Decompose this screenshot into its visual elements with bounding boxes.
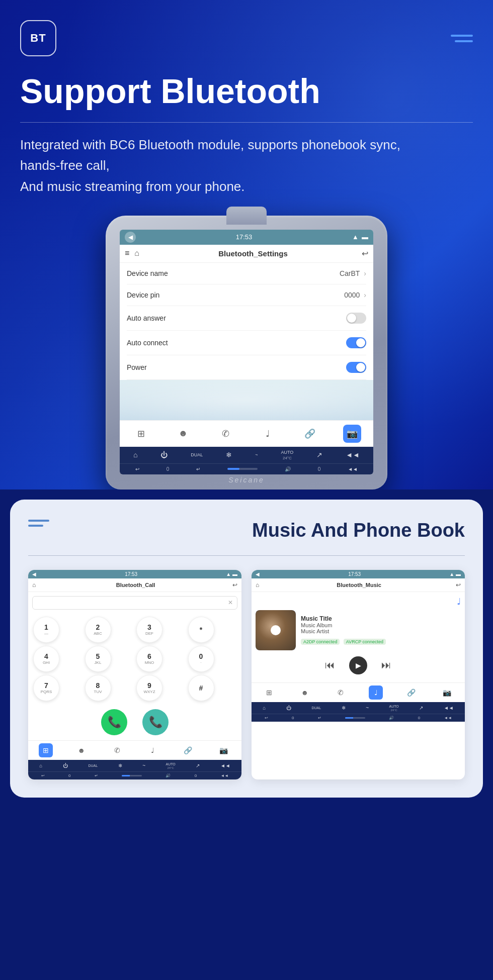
music-ctrl-power[interactable]: ⏻ bbox=[286, 705, 291, 711]
dial-key-4[interactable]: 4GHI bbox=[33, 646, 59, 672]
music-bc-back[interactable]: ↩ bbox=[265, 716, 268, 720]
dial-key-9[interactable]: 9WXYZ bbox=[136, 675, 162, 701]
call-search-clear[interactable]: ✕ bbox=[228, 599, 233, 606]
nav-icon-link[interactable]: 🔗 bbox=[301, 425, 319, 443]
call-controls-bar: ⌂ ⏻ DUAL ❄ ~ AUTO24°C ↗ ◄◄ bbox=[28, 760, 241, 771]
music-ctrl-fan[interactable]: ❄ bbox=[342, 705, 346, 711]
ctrl-fan-speed[interactable]: ↗ bbox=[316, 451, 322, 459]
nav-icon-music[interactable]: ♩ bbox=[259, 425, 277, 443]
music-ctrl-auto[interactable]: AUTO24°C bbox=[389, 704, 399, 712]
call-progress[interactable] bbox=[122, 775, 142, 776]
ctrl-ac[interactable]: ~ bbox=[255, 452, 258, 457]
bottom-menu-icon[interactable] bbox=[28, 520, 49, 527]
nav-icon-contacts[interactable]: ☻ bbox=[174, 425, 192, 443]
music-ctrl-dual[interactable]: DUAL bbox=[311, 706, 321, 710]
bc-progress[interactable] bbox=[227, 468, 258, 470]
dial-key-7[interactable]: 7PQRS bbox=[33, 675, 59, 701]
dial-key-8[interactable]: 8TUV bbox=[85, 675, 111, 701]
settings-value-device-pin: 0000 bbox=[344, 291, 360, 299]
ctrl-vol[interactable]: ◄◄ bbox=[346, 451, 360, 459]
music-ctrl-vol[interactable]: ◄◄ bbox=[444, 705, 454, 711]
dial-key-6[interactable]: 6MNO bbox=[136, 646, 162, 672]
call-bc-back[interactable]: ↩ bbox=[41, 773, 45, 778]
call-search[interactable]: ✕ bbox=[32, 596, 237, 610]
music-nav-call[interactable]: ✆ bbox=[334, 685, 348, 700]
settings-row-device-pin[interactable]: Device pin 0000 › bbox=[127, 284, 366, 306]
bc-enter[interactable]: ↵ bbox=[196, 466, 200, 472]
call-nav-contacts[interactable]: ☻ bbox=[74, 743, 89, 757]
bc-skip[interactable]: ◄◄ bbox=[348, 466, 358, 472]
ctrl-power[interactable]: ⏻ bbox=[160, 451, 168, 459]
call-nav-music[interactable]: ♩ bbox=[145, 743, 159, 757]
music-home-icon[interactable]: ⌂ bbox=[256, 581, 259, 589]
toggle-power[interactable] bbox=[346, 362, 366, 373]
brand-label: Seicane bbox=[228, 476, 265, 484]
nav-icon-call[interactable]: ✆ bbox=[216, 425, 234, 443]
call-ctrl-vol[interactable]: ◄◄ bbox=[220, 763, 230, 768]
call-bc-skip[interactable]: ◄◄ bbox=[220, 773, 228, 778]
dial-key-star[interactable]: * bbox=[188, 617, 214, 643]
call-actions: 📞 📞 bbox=[28, 704, 241, 740]
bc-zero1: 0 bbox=[167, 466, 170, 472]
call-answer-btn[interactable]: 📞 bbox=[101, 709, 127, 735]
call-ctrl-power[interactable]: ⏻ bbox=[63, 763, 68, 768]
call-hangup-btn[interactable]: 📞 bbox=[142, 709, 169, 735]
ctrl-fan[interactable]: ❄ bbox=[226, 451, 232, 459]
call-nav-camera[interactable]: 📷 bbox=[217, 743, 231, 757]
music-prev-btn[interactable]: ⏮ bbox=[325, 659, 335, 671]
call-nav-apps[interactable]: ⊞ bbox=[39, 743, 53, 757]
music-bc-skip[interactable]: ◄◄ bbox=[444, 716, 452, 720]
screen-menu-btn[interactable]: ≡ bbox=[125, 249, 129, 258]
screen-bottom-nav: ⊞ ☻ ✆ ♩ 🔗 📷 bbox=[120, 420, 373, 447]
call-home-icon[interactable]: ⌂ bbox=[32, 581, 36, 589]
music-bc-enter[interactable]: ↵ bbox=[318, 716, 321, 720]
dial-key-0[interactable]: 0· bbox=[188, 646, 214, 672]
bc-back[interactable]: ↩ bbox=[135, 466, 139, 472]
call-bc-vol[interactable]: 🔊 bbox=[166, 773, 171, 778]
screen-back-btn[interactable]: ↩ bbox=[362, 249, 368, 258]
music-nav-contacts[interactable]: ☻ bbox=[298, 685, 312, 700]
dial-key-3[interactable]: 3DEF bbox=[136, 617, 162, 643]
ctrl-auto[interactable]: AUTO 24°C bbox=[281, 450, 293, 460]
call-bc-enter[interactable]: ↵ bbox=[95, 773, 98, 778]
music-ctrl-home[interactable]: ⌂ bbox=[263, 705, 266, 711]
dial-key-5[interactable]: 5JKL bbox=[85, 646, 111, 672]
dial-key-2[interactable]: 2ABC bbox=[85, 617, 111, 643]
music-ctrl-ac[interactable]: ~ bbox=[366, 705, 369, 711]
toggle-auto-connect[interactable] bbox=[346, 337, 366, 348]
music-nav-music[interactable]: ♩ bbox=[369, 685, 383, 700]
nav-icon-apps[interactable]: ⊞ bbox=[132, 425, 150, 443]
statusbar-back[interactable]: ◀ bbox=[125, 232, 136, 243]
call-ctrl-ac[interactable]: ~ bbox=[142, 763, 145, 768]
toggle-auto-answer[interactable] bbox=[346, 313, 366, 324]
call-back-icon[interactable]: ↩ bbox=[232, 581, 237, 589]
call-ctrl-auto[interactable]: AUTO24°C bbox=[166, 762, 176, 769]
bc-vol[interactable]: 🔊 bbox=[285, 466, 291, 472]
music-progress-fill bbox=[345, 717, 353, 719]
music-bc-vol[interactable]: 🔊 bbox=[389, 716, 394, 720]
music-ctrl-speed[interactable]: ↗ bbox=[419, 705, 423, 711]
menu-icon[interactable] bbox=[451, 35, 473, 42]
call-bc-zero2: 0 bbox=[195, 773, 197, 778]
call-nav-call[interactable]: ✆ bbox=[110, 743, 124, 757]
music-back-icon[interactable]: ↩ bbox=[456, 581, 461, 589]
music-nav-link[interactable]: 🔗 bbox=[404, 685, 419, 700]
call-nav-link[interactable]: 🔗 bbox=[181, 743, 195, 757]
call-ctrl-dual[interactable]: DUAL bbox=[88, 763, 98, 768]
settings-row-device-name[interactable]: Device name CarBT › bbox=[127, 263, 366, 284]
music-play-btn[interactable]: ▶ bbox=[349, 656, 367, 674]
ctrl-dual[interactable]: DUAL bbox=[191, 452, 203, 457]
call-ctrl-home[interactable]: ⌂ bbox=[39, 763, 42, 768]
music-nav-camera[interactable]: 📷 bbox=[440, 685, 454, 700]
dial-key-1[interactable]: 1— bbox=[33, 617, 59, 643]
music-progress[interactable] bbox=[345, 717, 365, 719]
call-ctrl-speed[interactable]: ↗ bbox=[196, 763, 200, 768]
music-next-btn[interactable]: ⏭ bbox=[381, 659, 391, 671]
ctrl-home[interactable]: ⌂ bbox=[133, 451, 137, 459]
music-nav-apps[interactable]: ⊞ bbox=[262, 685, 276, 700]
dial-key-hash[interactable]: # bbox=[188, 675, 214, 701]
call-ctrl-fan[interactable]: ❄ bbox=[118, 763, 122, 768]
screen-home-btn[interactable]: ⌂ bbox=[134, 249, 139, 258]
nav-icon-camera[interactable]: 📷 bbox=[343, 425, 361, 443]
settings-list: Device name CarBT › Device pin 0000 › Au… bbox=[120, 263, 373, 380]
